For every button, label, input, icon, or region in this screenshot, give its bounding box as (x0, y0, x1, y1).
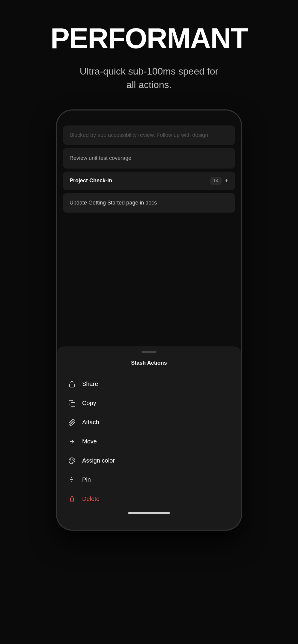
attach-action[interactable]: Attach (57, 413, 241, 432)
page-wrapper: PERFORMANT Ultra-quick sub-100ms speed f… (0, 0, 298, 644)
status-bar (57, 110, 241, 125)
svg-point-4 (73, 460, 74, 460)
phone-frame: Blocked by app accessibility review. Fol… (56, 110, 242, 531)
project-count-badge: 14 (210, 177, 222, 185)
app-content: Blocked by app accessibility review. Fol… (57, 125, 241, 213)
phone-screen: Blocked by app accessibility review. Fol… (57, 110, 241, 530)
hero-section: PERFORMANT Ultra-quick sub-100ms speed f… (0, 0, 298, 104)
share-label: Share (82, 381, 98, 387)
assign-color-label: Assign color (82, 457, 115, 464)
docs-task-card[interactable]: Update Getting Started page in docs (63, 193, 235, 213)
attach-icon (68, 418, 76, 427)
move-action[interactable]: Move (57, 432, 241, 451)
copy-icon (68, 399, 76, 407)
review-task-text: Review unit test coverage (70, 155, 131, 161)
copy-label: Copy (82, 400, 96, 407)
copy-action[interactable]: Copy (57, 394, 241, 413)
hero-subtitle: Ultra-quick sub-100ms speed for all acti… (74, 65, 224, 92)
attach-label: Attach (82, 419, 99, 426)
add-task-button[interactable]: + (225, 177, 228, 185)
bottom-sheet-overlay: Stash Actions Share (57, 346, 241, 530)
review-task-card[interactable]: Review unit test coverage (63, 148, 235, 169)
project-title: Project Check-in (70, 178, 112, 184)
docs-task-text: Update Getting Started page in docs (70, 200, 157, 206)
pin-icon (68, 476, 76, 484)
delete-label: Delete (82, 495, 100, 502)
move-icon (68, 437, 76, 446)
trash-icon (68, 495, 76, 503)
move-label: Move (82, 438, 97, 445)
pin-action[interactable]: Pin (57, 470, 241, 490)
bottom-sheet: Stash Actions Share (57, 346, 241, 530)
svg-point-5 (71, 459, 71, 460)
project-header-right: 14 + (210, 177, 228, 185)
home-bar (128, 512, 170, 514)
sheet-title: Stash Actions (57, 360, 241, 366)
hero-title: PERFORMANT (50, 24, 247, 53)
project-header[interactable]: Project Check-in 14 + (63, 172, 235, 190)
sheet-handle (142, 351, 156, 353)
home-indicator (57, 509, 241, 518)
phone-container: Blocked by app accessibility review. Fol… (56, 110, 242, 531)
pin-label: Pin (82, 476, 91, 483)
share-action[interactable]: Share (57, 375, 241, 394)
delete-action[interactable]: Delete (57, 490, 241, 509)
share-icon (68, 380, 76, 388)
svg-point-3 (72, 459, 73, 459)
assign-color-action[interactable]: Assign color (57, 451, 241, 470)
svg-point-6 (70, 461, 70, 461)
svg-rect-1 (71, 402, 75, 406)
blocked-task-card[interactable]: Blocked by app accessibility review. Fol… (63, 125, 235, 145)
color-icon (68, 457, 76, 465)
blocked-task-text: Blocked by app accessibility review. Fol… (70, 132, 210, 138)
